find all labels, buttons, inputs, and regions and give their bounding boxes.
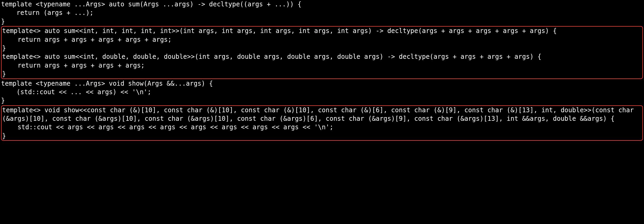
code-template-sum-header: template <typename ...Args> auto sum(Arg… [1, 0, 643, 26]
highlight-sum-instantiations: template<> auto sum<<int, int, int, int,… [1, 26, 643, 79]
code-template-show-header: template <typename ...Args> void show(Ar… [1, 79, 643, 105]
highlight-show-instantiation: template<> void show<<const char (&)[10]… [1, 105, 643, 141]
code-listing: template <typename ...Args> auto sum(Arg… [0, 0, 644, 141]
code-viewport: { "code": { "block1": "template <typenam… [0, 0, 644, 224]
